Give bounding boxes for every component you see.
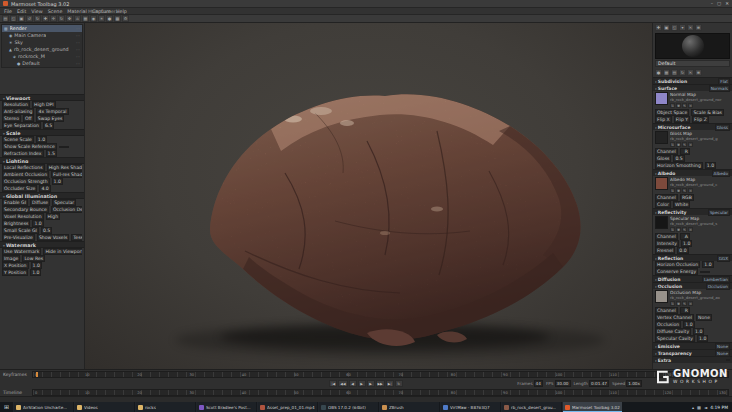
camera-selector[interactable]: Main Camera bbox=[88, 9, 118, 14]
property-row[interactable]: ChannelA bbox=[653, 233, 732, 240]
scene-tree-item[interactable]: ▩ Render bbox=[2, 25, 82, 32]
property-row[interactable]: ColorWhite bbox=[653, 201, 732, 208]
property-row[interactable]: ChannelRGB bbox=[653, 194, 732, 201]
map-tool-icon[interactable]: ✎ bbox=[682, 227, 687, 232]
property-cell[interactable]: Show Scale Reference bbox=[2, 143, 57, 150]
timeline-field-value[interactable]: 0:01.47 bbox=[589, 380, 609, 387]
property-row[interactable]: X Position1.0 bbox=[0, 262, 84, 269]
property-cell[interactable]: 1.0 bbox=[32, 220, 43, 227]
property-cell[interactable]: 1.5 bbox=[46, 150, 57, 157]
section-header[interactable]: Watermark bbox=[0, 241, 84, 248]
render-icon[interactable]: ▩ bbox=[114, 15, 121, 22]
property-row[interactable]: Occluder Size4.0 bbox=[0, 185, 84, 192]
property-cell[interactable]: Pre-Visualize bbox=[2, 234, 35, 241]
menu-item[interactable]: View bbox=[31, 9, 42, 14]
prev-frame-button[interactable]: ◀ bbox=[349, 380, 357, 387]
preview-plane-icon[interactable]: ▤ bbox=[671, 69, 678, 76]
map-tool-icon[interactable]: ✕ bbox=[688, 188, 693, 193]
new-scene-icon[interactable]: ▤ bbox=[2, 15, 9, 22]
tray-expand-icon[interactable]: ▴ bbox=[692, 405, 694, 410]
viewport-3d[interactable] bbox=[85, 23, 652, 369]
property-cell[interactable]: High Res Shadows bbox=[47, 164, 82, 171]
property-row[interactable]: ImageLow Res bbox=[0, 255, 84, 262]
property-row[interactable]: Brightness1.0 bbox=[0, 220, 84, 227]
scene-tree-item[interactable]: ● Default bbox=[2, 60, 82, 67]
scene-tree-item[interactable]: ◈ rockrock_M bbox=[2, 53, 82, 60]
scene-tree-item[interactable]: ▲ rb_rock_desert_ground bbox=[2, 46, 82, 53]
timeline-field-value[interactable]: 44 bbox=[534, 380, 543, 387]
property-cell[interactable]: Channel bbox=[655, 194, 678, 201]
window-control-button[interactable]: ▢ bbox=[717, 0, 721, 8]
property-cell[interactable] bbox=[700, 271, 710, 273]
property-row[interactable]: Specular Cavity1.0 bbox=[653, 335, 732, 342]
map-tool-icon[interactable]: ↻ bbox=[670, 142, 675, 147]
gloss-map-thumbnail[interactable] bbox=[655, 131, 668, 144]
property-cell[interactable]: 6.5 bbox=[43, 122, 54, 129]
material-section-header[interactable]: Albedo Albedo bbox=[653, 169, 732, 176]
property-cell[interactable]: Occluder Size bbox=[2, 185, 37, 192]
property-cell[interactable]: R bbox=[680, 148, 690, 155]
menu-item[interactable]: Material bbox=[67, 9, 87, 14]
property-cell[interactable]: Small Scale GI bbox=[2, 227, 39, 234]
material-section-header[interactable]: Reflection GGX bbox=[653, 254, 732, 261]
property-cell[interactable]: Tessellation bbox=[71, 234, 82, 241]
property-cell[interactable]: 0.5 bbox=[673, 155, 684, 162]
property-cell[interactable]: 1.0 bbox=[30, 269, 41, 276]
property-cell[interactable]: Off bbox=[23, 115, 34, 122]
network-icon[interactable]: ▦ bbox=[697, 405, 701, 410]
texture-map-slot[interactable]: Specular Map rb_rock_desert_ground_s ↻✚✎… bbox=[653, 215, 732, 233]
material-section-mode-select[interactable] bbox=[726, 359, 730, 361]
go-to-end-button[interactable]: ▶| bbox=[386, 380, 394, 387]
property-row[interactable]: Vertex ChannelNone bbox=[653, 314, 732, 321]
property-cell[interactable] bbox=[59, 146, 69, 148]
property-cell[interactable]: Secondary Bounce bbox=[2, 206, 49, 213]
property-cell[interactable]: RGB bbox=[680, 194, 694, 201]
playhead[interactable] bbox=[36, 372, 38, 377]
texture-map-slot[interactable]: Occlusion Map rb_rock_desert_ground_ao ↻… bbox=[653, 289, 732, 307]
texture-map-slot[interactable]: Albedo Map rb_rock_desert_ground_c ↻✚✎✕ bbox=[653, 176, 732, 194]
property-row[interactable]: Horizon Smoothing1.0 bbox=[653, 162, 732, 169]
add-material-icon[interactable]: ● bbox=[106, 15, 113, 22]
material-section-header[interactable]: Extra bbox=[653, 356, 732, 363]
snap-toggle-icon[interactable]: ▦ bbox=[82, 15, 89, 22]
property-cell[interactable]: Gloss bbox=[655, 155, 671, 162]
material-section-header[interactable]: Transparency None bbox=[653, 349, 732, 356]
map-tool-icon[interactable]: ✚ bbox=[676, 142, 681, 147]
property-cell[interactable]: R bbox=[680, 307, 690, 314]
property-row[interactable]: Fresnel0.0 bbox=[653, 247, 732, 254]
taskbar-app-button[interactable]: ZBrush bbox=[379, 402, 439, 412]
property-cell[interactable]: Use Watermark bbox=[2, 248, 41, 255]
material-section-header[interactable]: Subdivision Flat bbox=[653, 77, 732, 84]
property-cell[interactable]: High bbox=[46, 213, 61, 220]
map-tool-icon[interactable]: ✚ bbox=[676, 188, 681, 193]
add-camera-icon[interactable]: ◉ bbox=[90, 15, 97, 22]
property-cell[interactable]: Resolution bbox=[2, 101, 30, 108]
property-cell[interactable]: Occlusion bbox=[655, 321, 681, 328]
property-row[interactable]: Use WatermarkHide in Viewport bbox=[0, 248, 84, 255]
property-cell[interactable]: Vertex Channel bbox=[655, 314, 694, 321]
volume-icon[interactable]: ◄ bbox=[704, 405, 707, 410]
property-cell[interactable]: 1.0 bbox=[31, 262, 42, 269]
material-section-mode-select[interactable]: Flat bbox=[718, 78, 730, 85]
section-header[interactable]: Lighting bbox=[0, 157, 84, 164]
property-cell[interactable]: 1.0 bbox=[36, 136, 47, 143]
keyframes-ruler[interactable]: 0102030405060708090100110120130 bbox=[32, 371, 729, 378]
property-cell[interactable]: 1.0 bbox=[697, 335, 708, 342]
material-section-mode-select[interactable]: Albedo bbox=[712, 170, 730, 177]
property-cell[interactable]: A bbox=[680, 233, 690, 240]
material-section-mode-select[interactable]: Occlusion bbox=[706, 283, 730, 290]
property-cell[interactable]: None bbox=[696, 314, 712, 321]
map-tool-icon[interactable]: ✎ bbox=[682, 103, 687, 108]
property-cell[interactable]: Diffuse Cavity bbox=[655, 328, 691, 335]
section-header[interactable]: Scale bbox=[0, 129, 84, 136]
material-options-icon[interactable]: ≡ bbox=[695, 69, 702, 76]
next-keyframe-button[interactable]: ▶▶ bbox=[376, 380, 385, 387]
property-row[interactable]: Secondary BounceOcclusion Detail2 bbox=[0, 206, 84, 213]
property-cell[interactable]: 1.0 bbox=[681, 240, 692, 247]
material-section-mode-select[interactable]: None bbox=[715, 343, 730, 350]
delete-material-icon[interactable]: ✕ bbox=[687, 24, 694, 31]
property-row[interactable]: Show Scale Reference bbox=[0, 143, 84, 150]
property-row[interactable]: Occlusion Strength1.0 bbox=[0, 178, 84, 185]
property-row[interactable]: Occlusion1.0 bbox=[653, 321, 732, 328]
pivot-toggle-icon[interactable]: ⌂ bbox=[74, 15, 81, 22]
